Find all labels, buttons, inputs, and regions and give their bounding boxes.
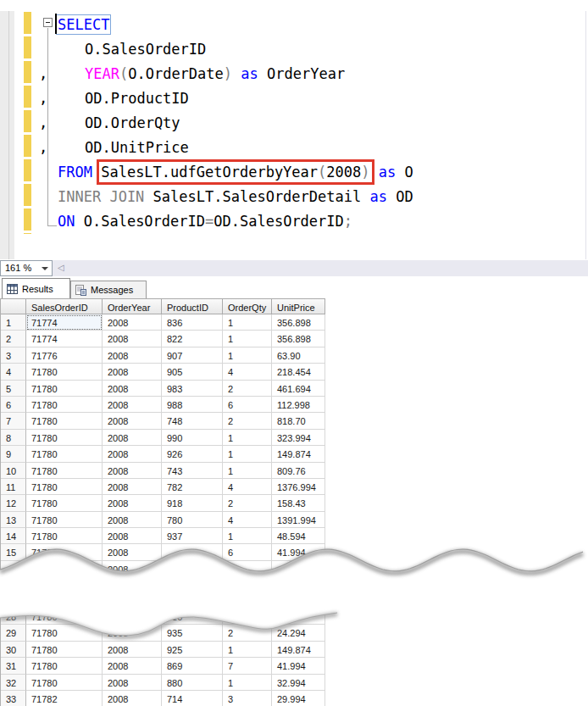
table-cell[interactable]: 822: [162, 331, 223, 347]
table-cell[interactable]: 748: [162, 413, 223, 429]
table-cell[interactable]: 2008: [103, 463, 162, 479]
table-cell[interactable]: 24.294: [272, 625, 325, 641]
table-cell[interactable]: 71780: [26, 512, 103, 528]
sql-editor[interactable]: SELECTO.SalesOrderID,YEAR(O.OrderDate) a…: [0, 0, 588, 259]
table-cell[interactable]: 869: [162, 658, 223, 674]
table-cell[interactable]: 1: [223, 528, 272, 544]
table-cell[interactable]: 48.594: [272, 528, 325, 544]
row-header-cell[interactable]: 7: [1, 413, 26, 429]
results-grid-bottom-fragment[interactable]: 287178091029717802008935224.294307178020…: [0, 609, 326, 706]
code-line[interactable]: INNER JOIN SalesLT.SalesOrderDetail as O…: [0, 185, 588, 209]
table-cell[interactable]: 2: [223, 381, 272, 397]
table-cell[interactable]: 71780: [26, 446, 103, 462]
table-cell[interactable]: 2008: [103, 314, 162, 331]
table-cell[interactable]: 71780: [26, 479, 103, 495]
table-cell[interactable]: 1: [223, 331, 272, 347]
row-header-cell[interactable]: 6: [1, 397, 26, 413]
table-cell[interactable]: 71780: [26, 364, 103, 380]
table-cell[interactable]: 149.874: [272, 642, 325, 658]
table-cell[interactable]: 32.994: [272, 675, 325, 691]
table-cell[interactable]: 2008: [103, 512, 162, 528]
table-cell[interactable]: 3: [223, 691, 272, 706]
table-cell[interactable]: 2008: [103, 528, 162, 544]
table-cell[interactable]: 7: [223, 658, 272, 674]
table-cell[interactable]: 935: [162, 625, 223, 641]
code-area[interactable]: SELECTO.SalesOrderID,YEAR(O.OrderDate) a…: [0, 0, 588, 259]
table-cell[interactable]: 41.994: [272, 658, 325, 674]
row-header-cell[interactable]: 30: [1, 642, 26, 658]
row-header-cell[interactable]: 2: [1, 331, 26, 347]
table-cell[interactable]: 907: [162, 347, 223, 364]
table-cell[interactable]: 926: [162, 446, 223, 462]
table-cell[interactable]: 2008: [103, 642, 162, 658]
table-cell[interactable]: 780: [162, 512, 223, 528]
table-cell[interactable]: 1391.994: [272, 512, 325, 528]
column-header[interactable]: SalesOrderID: [26, 298, 103, 314]
table-cell[interactable]: 71780: [26, 675, 103, 691]
row-header-cell[interactable]: 11: [1, 479, 26, 495]
table-cell[interactable]: 158.43: [272, 495, 325, 511]
code-line[interactable]: ON O.SalesOrderID=OD.SalesOrderID;: [0, 209, 588, 234]
row-header-cell[interactable]: 32: [1, 675, 26, 691]
table-cell[interactable]: [223, 561, 272, 577]
row-header-cell[interactable]: 4: [1, 364, 26, 380]
table-cell[interactable]: [162, 561, 223, 577]
table-cell[interactable]: 2008: [103, 625, 162, 641]
table-cell[interactable]: [162, 544, 223, 560]
table-cell[interactable]: 71774: [26, 331, 103, 347]
table-cell[interactable]: 2008: [103, 479, 162, 495]
table-cell[interactable]: 2008: [103, 675, 162, 691]
table-cell[interactable]: 1376.994: [272, 479, 325, 495]
table-cell[interactable]: 2008: [103, 561, 162, 577]
table-cell[interactable]: 2008: [103, 658, 162, 674]
table-cell[interactable]: 4: [223, 364, 272, 380]
table-cell[interactable]: 71780: [26, 609, 103, 625]
table-cell[interactable]: 714: [162, 691, 223, 706]
table-cell[interactable]: 63.90: [272, 347, 325, 364]
table-cell[interactable]: 905: [162, 364, 223, 380]
table-cell[interactable]: 880: [162, 675, 223, 691]
table-cell[interactable]: 1: [223, 446, 272, 462]
table-cell[interactable]: 2008: [103, 430, 162, 446]
table-cell[interactable]: 2008: [103, 544, 162, 560]
code-line[interactable]: FROM SalesLT.udfGetOrderbyYear(2008) as …: [0, 160, 588, 185]
table-cell[interactable]: 1: [223, 430, 272, 446]
table-cell[interactable]: 1: [223, 463, 272, 479]
table-cell[interactable]: 71774: [26, 314, 103, 331]
results-grid[interactable]: SalesOrderIDOrderYearProductIDOrderQtyUn…: [0, 298, 326, 577]
code-line[interactable]: ,OD.ProductID: [0, 86, 588, 111]
code-line[interactable]: ,YEAR(O.OrderDate) as OrderYear: [0, 62, 588, 86]
table-cell[interactable]: 743: [162, 463, 223, 479]
table-cell[interactable]: 2008: [103, 413, 162, 429]
column-header[interactable]: OrderYear: [103, 298, 162, 314]
table-cell[interactable]: 71780: [26, 430, 103, 446]
row-header-cell[interactable]: 28: [1, 609, 26, 625]
table-cell[interactable]: 983: [162, 381, 223, 397]
table-cell[interactable]: [26, 561, 103, 577]
row-header-cell[interactable]: 12: [1, 495, 26, 511]
tab-results[interactable]: Results: [2, 278, 70, 298]
column-header[interactable]: OrderQty: [223, 298, 272, 314]
row-header-cell[interactable]: 13: [1, 512, 26, 528]
code-line[interactable]: ,OD.OrderQty: [0, 111, 588, 136]
table-cell[interactable]: 461.694: [272, 381, 325, 397]
code-line[interactable]: SELECT: [0, 13, 588, 37]
table-cell[interactable]: [272, 561, 325, 577]
table-cell[interactable]: 6: [223, 397, 272, 413]
scroll-left-arrow-icon[interactable]: ◁: [58, 263, 64, 272]
table-cell[interactable]: 71780: [26, 544, 103, 560]
tab-messages[interactable]: Messages: [70, 281, 147, 298]
table-cell[interactable]: 818.70: [272, 413, 325, 429]
row-header-cell[interactable]: 14: [1, 528, 26, 544]
row-header-cell[interactable]: 29: [1, 625, 26, 641]
table-cell[interactable]: 323.994: [272, 430, 325, 446]
row-header-cell[interactable]: 1: [1, 314, 26, 331]
table-cell[interactable]: 356.898: [272, 331, 325, 347]
table-cell[interactable]: 71782: [26, 691, 103, 706]
row-header-cell[interactable]: [1, 561, 26, 577]
table-cell[interactable]: 1: [223, 675, 272, 691]
table-cell[interactable]: 71780: [26, 463, 103, 479]
table-cell[interactable]: 918: [162, 495, 223, 511]
table-cell[interactable]: 925: [162, 642, 223, 658]
table-cell[interactable]: 937: [162, 528, 223, 544]
